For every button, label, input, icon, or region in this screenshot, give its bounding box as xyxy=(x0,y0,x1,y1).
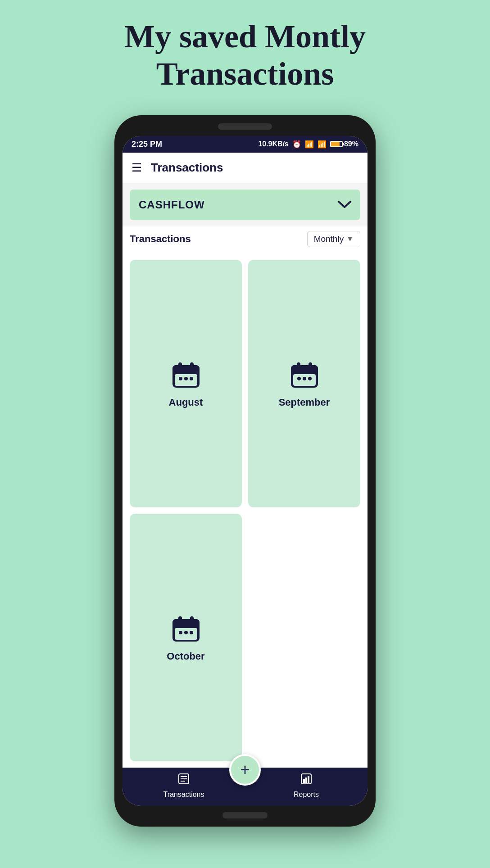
signal-icon: 📶 xyxy=(318,140,327,149)
svg-rect-20 xyxy=(172,624,200,628)
status-time: 2:25 PM xyxy=(132,140,162,149)
page-title: My saved Montly Transactions xyxy=(97,18,393,93)
svg-rect-17 xyxy=(309,362,312,370)
nav-item-transactions[interactable]: Transactions xyxy=(129,772,239,799)
status-bar: 2:25 PM 10.9KB/s ⏰ 📶 📶 89% xyxy=(122,136,368,153)
transactions-nav-icon xyxy=(177,772,191,789)
wifi-icon: 📶 xyxy=(305,140,314,149)
svg-point-23 xyxy=(184,631,188,634)
hamburger-icon[interactable]: ☰ xyxy=(132,161,142,175)
month-card-september[interactable]: September xyxy=(248,260,360,507)
svg-rect-30 xyxy=(181,781,185,782)
month-name-october: October xyxy=(167,651,204,662)
reports-nav-label: Reports xyxy=(294,791,319,799)
svg-rect-7 xyxy=(178,362,182,370)
phone-frame: 2:25 PM 10.9KB/s ⏰ 📶 📶 89% ☰ Transaction… xyxy=(114,115,376,827)
svg-point-14 xyxy=(303,377,306,380)
transactions-nav-label: Transactions xyxy=(163,791,204,799)
title-line1: My saved Montly xyxy=(124,18,366,54)
svg-rect-11 xyxy=(291,370,318,374)
month-name-september: September xyxy=(279,397,330,408)
svg-rect-16 xyxy=(297,362,300,370)
svg-point-24 xyxy=(190,631,193,634)
svg-rect-33 xyxy=(305,778,307,783)
app-header-title: Transactions xyxy=(151,161,223,175)
svg-point-6 xyxy=(190,377,193,380)
month-card-august[interactable]: August xyxy=(130,260,242,507)
svg-rect-2 xyxy=(172,370,200,374)
fab-button[interactable]: + xyxy=(229,754,261,786)
transactions-section-label: Transactions xyxy=(130,233,191,245)
phone-home-button[interactable] xyxy=(222,812,268,818)
transactions-filter-row: Transactions Monthly ▼ xyxy=(122,226,368,253)
bottom-nav: + Transactions xyxy=(122,768,368,806)
fab-plus-icon: + xyxy=(240,760,250,779)
month-card-october[interactable]: October xyxy=(130,514,242,761)
title-line2: Transactions xyxy=(156,56,334,92)
alarm-icon: ⏰ xyxy=(292,140,301,149)
svg-rect-32 xyxy=(303,779,305,783)
svg-rect-26 xyxy=(190,616,194,624)
svg-rect-29 xyxy=(181,778,187,779)
svg-point-4 xyxy=(179,377,182,380)
status-right: 10.9KB/s ⏰ 📶 📶 89% xyxy=(258,140,358,149)
calendar-icon-september xyxy=(289,359,320,390)
reports-nav-icon xyxy=(299,772,313,789)
app-header: ☰ Transactions xyxy=(122,153,368,183)
monthly-text: Monthly xyxy=(314,234,344,244)
month-grid: August September xyxy=(122,253,368,768)
battery-percent: 89% xyxy=(344,140,358,148)
svg-point-22 xyxy=(179,631,182,634)
svg-point-13 xyxy=(297,377,301,380)
calendar-icon-october xyxy=(170,613,202,644)
svg-rect-25 xyxy=(178,616,182,624)
svg-rect-34 xyxy=(308,776,309,783)
phone-screen: 2:25 PM 10.9KB/s ⏰ 📶 📶 89% ☰ Transaction… xyxy=(122,136,368,806)
svg-rect-28 xyxy=(181,776,187,777)
cashflow-dropdown[interactable]: CASHFLOW xyxy=(130,190,360,220)
svg-point-15 xyxy=(308,377,312,380)
select-arrow-icon: ▼ xyxy=(346,235,354,243)
svg-rect-8 xyxy=(190,362,194,370)
svg-point-5 xyxy=(184,377,188,380)
nav-item-reports[interactable]: Reports xyxy=(251,772,362,799)
cashflow-label: CASHFLOW xyxy=(139,199,205,211)
data-speed: 10.9KB/s xyxy=(258,140,289,148)
calendar-icon-august xyxy=(170,359,202,390)
phone-speaker xyxy=(218,123,272,130)
monthly-select[interactable]: Monthly ▼ xyxy=(307,231,360,247)
battery: 89% xyxy=(330,140,358,148)
chevron-down-icon xyxy=(338,198,351,212)
month-name-august: August xyxy=(169,397,203,408)
